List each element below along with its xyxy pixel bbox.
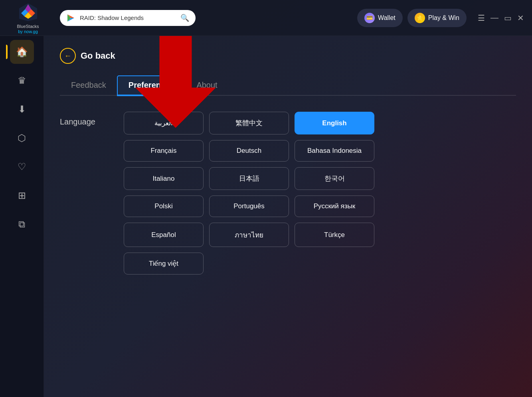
lang-button-polish[interactable]: Polski	[124, 196, 204, 217]
menu-button[interactable]: ☰	[478, 13, 485, 23]
lang-button-italian[interactable]: Italiano	[124, 167, 204, 190]
lang-button-bahasa[interactable]: Bahasa Indonesia	[295, 140, 374, 162]
logo-text: BlueStacksby now.gg	[17, 24, 39, 34]
search-bar[interactable]: 🔍	[60, 10, 196, 26]
top-right-controls: 💳 Wallet ⭐ Play & Win ☰ — ▭ ✕	[357, 9, 524, 27]
sidebar-item-heart[interactable]: ♡	[10, 155, 34, 179]
logo-area: BlueStacksby now.gg	[8, 1, 48, 34]
search-button[interactable]: 🔍	[180, 14, 189, 22]
lang-button-turkish[interactable]: Türkçe	[295, 223, 374, 247]
go-back-button[interactable]: ← Go back	[60, 48, 516, 64]
google-play-icon	[66, 13, 76, 23]
tab-preferences[interactable]: Preferences	[117, 76, 186, 96]
tabs-bar: Feedback Preferences About	[60, 76, 516, 96]
minimize-button[interactable]: —	[490, 13, 498, 22]
sidebar-item-crown[interactable]: ♛	[10, 69, 34, 93]
wallet-label: Wallet	[378, 14, 396, 22]
star-icon: ⭐	[415, 13, 425, 23]
wallet-button[interactable]: 💳 Wallet	[357, 9, 403, 27]
lang-button-japanese[interactable]: 日本語	[209, 167, 289, 190]
bluestacks-logo	[17, 1, 39, 23]
tab-about[interactable]: About	[185, 76, 228, 96]
sidebar-item-home[interactable]: 🏠	[10, 40, 34, 64]
lang-button-korean[interactable]: 한국어	[295, 167, 374, 190]
top-bar: BlueStacksby now.gg 🔍 💳 Wallet ⭐ Play & …	[0, 0, 532, 36]
language-label: Language	[60, 112, 112, 126]
sidebar-item-download[interactable]: ⬇	[10, 97, 34, 121]
tab-feedback[interactable]: Feedback	[60, 76, 117, 96]
lang-button-traditional-chinese[interactable]: 繁體中文	[209, 112, 289, 134]
lang-button-thai[interactable]: ภาษาไทย	[209, 223, 289, 247]
lang-button-russian[interactable]: Русский язык	[295, 196, 374, 217]
search-input[interactable]	[80, 14, 176, 21]
sidebar: 🏠 ♛ ⬇ ⬡ ♡ ⊞ ⧉	[0, 36, 44, 397]
maximize-button[interactable]: ▭	[504, 13, 512, 23]
sidebar-item-web3[interactable]: ⬡	[10, 126, 34, 150]
main-content: ← Go back Feedback Preferences About Lan…	[44, 36, 532, 397]
language-grid: العربية繁體中文EnglishFrançaisDeutschBahasa …	[124, 112, 374, 275]
close-button[interactable]: ✕	[517, 13, 524, 23]
window-controls: ☰ — ▭ ✕	[478, 13, 524, 23]
lang-button-english[interactable]: English	[295, 112, 374, 134]
lang-button-arabic[interactable]: العربية	[124, 112, 204, 134]
lang-button-french[interactable]: Français	[124, 140, 204, 162]
lang-button-german[interactable]: Deutsch	[209, 140, 289, 162]
go-back-text: Go back	[81, 51, 115, 61]
sidebar-item-pages[interactable]: ⧉	[10, 212, 34, 236]
lang-button-portuguese[interactable]: Português	[209, 196, 289, 217]
wallet-icon: 💳	[364, 13, 375, 23]
play-win-button[interactable]: ⭐ Play & Win	[407, 9, 467, 27]
lang-button-vietnamese[interactable]: Tiếng việt	[124, 253, 204, 275]
lang-button-spanish[interactable]: Español	[124, 223, 204, 247]
language-section: Language العربية繁體中文EnglishFrançaisDeuts…	[60, 112, 516, 275]
back-arrow-icon: ←	[60, 48, 76, 64]
play-win-label: Play & Win	[428, 14, 459, 22]
sidebar-item-layers[interactable]: ⊞	[10, 184, 34, 207]
